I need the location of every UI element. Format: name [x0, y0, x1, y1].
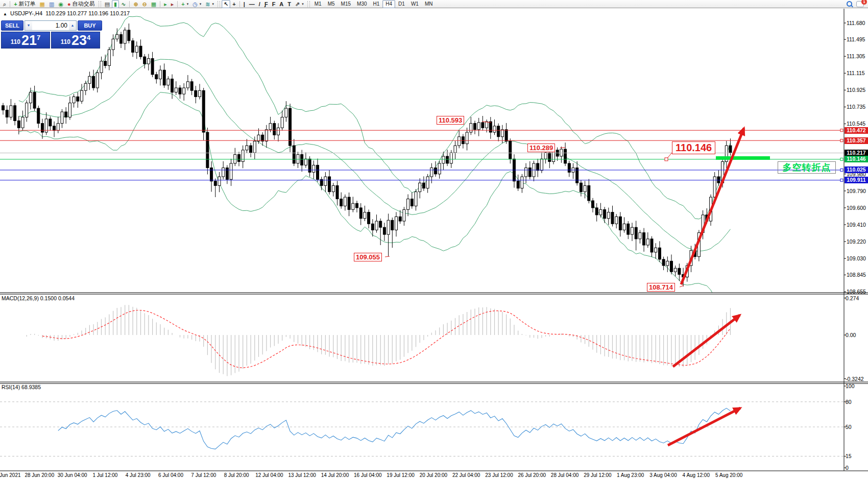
chart-shift-icon: ▸ [171, 1, 174, 7]
search-icon[interactable] [847, 1, 852, 7]
vertical-line-button[interactable]: | [242, 0, 247, 8]
cursor-button[interactable]: ↖ [222, 0, 230, 8]
price-axis-tick: 110.545 [847, 121, 865, 127]
new-chart-button[interactable]: +▾ [179, 0, 190, 8]
chart-title-symbol: USDJPY-,H4 [10, 10, 42, 16]
fibo-button[interactable]: Ƒ [262, 0, 270, 8]
time-axis-label: 5 Aug 20:00 [715, 472, 742, 478]
trendline-button[interactable]: / [257, 0, 262, 8]
sell-price-pips: 7 [37, 34, 40, 41]
one-click-trading-panel: SELL ▼ 1.00 ▲ BUY 110 21 7 110 23 4 [1, 20, 102, 49]
crosshair-icon: + [232, 1, 235, 7]
label-icon: T [287, 1, 291, 7]
chevron-down-icon: ▾ [187, 2, 189, 6]
line-chart-icon[interactable]: ∿ [119, 0, 128, 8]
price-axis-tick: 111.305 [847, 53, 865, 60]
sell-button[interactable]: SELL [1, 20, 23, 31]
toolbar-separator [218, 1, 220, 7]
time-axis-label: 12 Jul 04:00 [255, 472, 283, 478]
toolbar-separator [160, 1, 160, 7]
price-axis-tick: 110.735 [847, 104, 865, 110]
timeframe-h1-button[interactable]: H1 [370, 0, 383, 8]
price-axis-tick: 110.925 [847, 87, 865, 93]
timeframe-m30-button[interactable]: M30 [354, 0, 370, 8]
zoom-out-icon[interactable]: ⊖ [140, 0, 149, 8]
buy-price-quote[interactable]: 110 23 4 [51, 32, 100, 49]
macd-axis-tick: -0.3242 [846, 376, 864, 382]
chat-icon[interactable]: 1 [856, 1, 864, 7]
lot-size-value[interactable]: 1.00 [32, 21, 69, 30]
lot-increase-button[interactable]: ▲ [69, 21, 76, 30]
candle-chart-icon[interactable]: ▮ [112, 0, 119, 8]
new-order-button[interactable]: +新订单 [12, 0, 37, 8]
label-button[interactable]: T [285, 0, 293, 8]
time-axis-label: 3 Aug 04:00 [649, 472, 677, 478]
price-callout-label[interactable]: 110.593 [437, 116, 464, 125]
vertical-line-icon: | [244, 1, 245, 7]
sell-price-quote[interactable]: 110 21 7 [1, 32, 50, 49]
tile-windows-icon[interactable]: ▦ [149, 0, 158, 8]
price-axis-tick: 108.845 [847, 272, 866, 278]
fibo-fan-button[interactable]: F [270, 0, 278, 8]
bar-chart-icon[interactable]: ▤ [103, 0, 112, 8]
time-axis-label: 7 Jul 12:00 [191, 472, 216, 478]
price-axis-tick: 111.115 [847, 70, 865, 77]
zoom-out-icon: ⊖ [142, 1, 147, 7]
auto-scroll-icon[interactable]: ▸ [162, 0, 169, 8]
chevron-down-icon: ▾ [212, 2, 214, 6]
market-watch-icon[interactable]: ▦ [38, 0, 47, 8]
price-level-badge: 110.025 [845, 166, 868, 173]
chart-shift-icon[interactable]: ▸ [169, 0, 176, 8]
timeframe-w1-button[interactable]: W1 [408, 0, 422, 8]
cursor-icon: ↖ [224, 1, 228, 7]
notification-badge: 1 [861, 0, 867, 5]
zoom-in-icon[interactable]: ⊕ [131, 0, 140, 8]
signals-icon[interactable]: ◉ [56, 0, 65, 8]
chart-canvas[interactable] [0, 0, 868, 479]
price-callout-label[interactable]: 110.289 [527, 143, 555, 152]
price-axis-tick: 108.655 [847, 289, 866, 295]
toolbar-separator [99, 1, 101, 7]
chevron-down-icon: ▾ [302, 2, 304, 6]
collapse-triangle-icon[interactable]: ▲ [3, 12, 7, 16]
auto-trading-button[interactable]: ●自动交易 [65, 0, 97, 8]
magnifier-part-icon: ⌕ [3, 1, 6, 7]
price-axis-tick: 109.790 [847, 188, 866, 195]
lot-decrease-button[interactable]: ▼ [25, 21, 32, 30]
timeframe-m15-button[interactable]: M15 [338, 0, 354, 8]
timeframe-m1-button[interactable]: M1 [311, 0, 325, 8]
buy-price-pips: 4 [87, 34, 90, 41]
templates-button[interactable]: ≋▾ [203, 0, 216, 8]
timeframe-h4-button[interactable]: H4 [382, 0, 395, 8]
fibo-fan-icon: F [272, 1, 276, 7]
period-clock-button[interactable]: ◷▾ [190, 0, 203, 8]
price-callout-label[interactable]: 108.714 [647, 283, 675, 292]
timeframe-d1-button[interactable]: D1 [395, 0, 408, 8]
market-watch-icon: ▦ [40, 1, 45, 7]
turning-point-note[interactable]: 多空转折点 [778, 161, 836, 174]
arrows-button[interactable]: ⇗▾ [293, 0, 306, 8]
candle-chart-icon: ▮ [114, 1, 117, 7]
rsi-axis-tick: 0 [846, 465, 849, 471]
text-button[interactable]: A [277, 0, 285, 8]
templates-icon: ≋ [205, 1, 210, 7]
signals-icon: ◉ [58, 1, 63, 7]
bar-chart-icon: ▤ [105, 1, 110, 7]
toolbar-separator [239, 1, 240, 7]
rsi-axis-tick: 50 [846, 424, 852, 430]
buy-button[interactable]: BUY [78, 20, 102, 31]
new-order-button-label: 新订单 [19, 0, 36, 8]
navigator-icon[interactable]: ▥ [47, 0, 56, 8]
rsi-axis-tick: 80 [846, 399, 852, 405]
crosshair-button[interactable]: + [230, 0, 237, 8]
timeframe-m5-button[interactable]: M5 [325, 0, 338, 8]
text-icon: A [279, 1, 283, 7]
time-axis-label: 1 Jul 12:00 [92, 472, 117, 478]
horizontal-line-icon: — [249, 1, 255, 7]
horizontal-line-button[interactable]: — [247, 0, 257, 8]
magnifier-part-icon[interactable]: ⌕ [1, 0, 8, 8]
chart-title: ▲ USDJPY-,H4 110.229 110.277 110.196 110… [3, 10, 130, 16]
key-level-price-label[interactable]: 110.146 [672, 141, 715, 154]
timeframe-mn-button[interactable]: MN [422, 0, 436, 8]
price-callout-label[interactable]: 109.055 [354, 253, 382, 261]
